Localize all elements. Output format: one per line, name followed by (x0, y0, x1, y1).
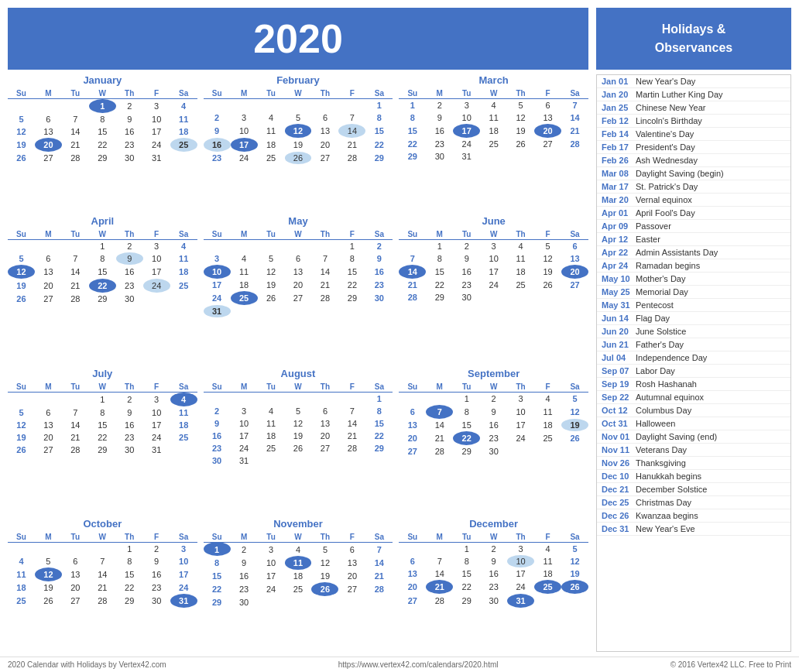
cal-day: 11 (258, 417, 285, 430)
cal-day: 15 (89, 419, 116, 431)
month-title: November (204, 518, 393, 530)
cal-day: 22 (365, 138, 393, 152)
cal-day: 26 (561, 431, 588, 445)
cal-day: 24 (204, 291, 231, 305)
year-header: 2020 (8, 8, 588, 70)
cal-day: 6 (62, 555, 89, 567)
cal-table: SuMTuWThFSa12345678910111213141516171819… (8, 382, 197, 456)
cal-day: 18 (534, 567, 561, 580)
cal-day: 13 (62, 567, 89, 581)
holiday-date: Feb 12 (602, 116, 636, 125)
holiday-name: St. Patrick's Day (636, 182, 698, 191)
cal-day: 26 (507, 138, 534, 150)
cal-day: 23 (116, 279, 143, 293)
cal-day (534, 150, 561, 163)
cal-day (62, 393, 89, 406)
cal-day: 15 (426, 265, 453, 279)
footer-center: https://www.vertex42.com/calendars/2020.… (338, 660, 499, 669)
cal-day: 30 (480, 594, 507, 608)
cal-day: 22 (453, 431, 480, 445)
cal-day: 6 (399, 555, 426, 567)
cal-day: 11 (507, 252, 534, 265)
holiday-item: Dec 25Christmas Day (597, 496, 790, 509)
cal-table: SuMTuWThFSa12345678910111213141516171819… (8, 532, 197, 608)
cal-day (204, 393, 231, 406)
cal-day: 28 (426, 445, 453, 458)
month-title: February (204, 74, 393, 86)
cal-day: 3 (231, 405, 258, 417)
holiday-name: Lincoln's Birthday (636, 116, 702, 125)
cal-day: 8 (365, 405, 393, 417)
holiday-name: Columbus Day (636, 406, 691, 415)
cal-day: 17 (507, 419, 534, 431)
cal-day: 23 (116, 431, 143, 444)
cal-day (89, 542, 116, 555)
cal-day: 12 (35, 567, 62, 581)
cal-day: 6 (35, 252, 62, 265)
cal-day: 18 (170, 419, 197, 431)
cal-day: 1 (204, 542, 231, 556)
cal-day: 5 (285, 405, 312, 417)
cal-day: 8 (338, 252, 365, 265)
cal-day: 2 (426, 99, 453, 112)
cal-day: 11 (534, 555, 561, 567)
holiday-item: Nov 01Daylight Saving (end) (597, 430, 790, 444)
holiday-name: President's Day (636, 142, 695, 152)
cal-day: 29 (365, 152, 393, 164)
cal-day: 14 (62, 125, 89, 138)
month-april: AprilSuMTuWThFSa123456789101112131415161… (8, 215, 197, 361)
holiday-name: Independence Day (636, 353, 707, 362)
cal-day: 16 (116, 419, 143, 431)
cal-day: 15 (204, 570, 231, 582)
cal-day: 16 (480, 419, 507, 431)
cal-day (285, 596, 312, 609)
cal-day: 14 (399, 265, 426, 279)
cal-day: 26 (311, 582, 338, 596)
cal-day: 16 (231, 570, 258, 582)
cal-day: 30 (365, 291, 393, 305)
cal-day: 20 (311, 138, 338, 152)
cal-day: 25 (258, 442, 285, 454)
holiday-name: Daylight Saving (begin) (636, 169, 724, 178)
cal-day: 3 (204, 252, 231, 265)
holiday-item: Jun 14Flag Day (597, 312, 790, 325)
cal-day: 2 (204, 111, 231, 124)
cal-day: 26 (258, 291, 285, 305)
cal-day: 15 (365, 417, 393, 430)
cal-day: 30 (480, 445, 507, 458)
cal-day: 4 (285, 542, 312, 556)
cal-day (338, 596, 365, 609)
cal-table: SuMTuWThFSa12345678910111213141516171819… (399, 229, 588, 303)
cal-day: 27 (285, 291, 312, 305)
cal-day: 12 (8, 419, 35, 431)
cal-day: 22 (426, 279, 453, 291)
cal-day: 5 (561, 393, 588, 406)
cal-day: 11 (285, 556, 312, 570)
cal-day: 14 (365, 556, 393, 570)
cal-day: 18 (507, 265, 534, 279)
cal-day: 16 (143, 567, 170, 581)
holiday-item: Mar 08Daylight Saving (begin) (597, 167, 790, 180)
holiday-name: Ramadan begins (636, 261, 700, 270)
cal-day: 11 (534, 405, 561, 419)
holiday-item: Apr 22Admin Assistants Day (597, 246, 790, 259)
cal-day: 21 (311, 279, 338, 291)
cal-day: 24 (507, 580, 534, 594)
footer: 2020 Calendar with Holidays by Vertex42.… (0, 657, 799, 672)
cal-day: 8 (453, 405, 480, 419)
cal-day: 23 (453, 279, 480, 291)
cal-day: 31 (231, 454, 258, 467)
cal-day: 1 (89, 239, 116, 252)
cal-day (8, 393, 35, 406)
holiday-name: Hanukkah begins (636, 471, 701, 481)
cal-day: 14 (338, 417, 365, 430)
holiday-date: Dec 25 (602, 498, 636, 507)
holiday-date: Jul 04 (602, 353, 636, 362)
holidays-header: Holidays &Observances (596, 8, 791, 70)
cal-day (561, 150, 588, 163)
cal-day: 3 (453, 99, 480, 112)
cal-day (8, 99, 35, 113)
cal-day: 6 (561, 239, 588, 252)
holiday-item: Apr 12Easter (597, 233, 790, 246)
holiday-date: May 31 (602, 300, 636, 310)
